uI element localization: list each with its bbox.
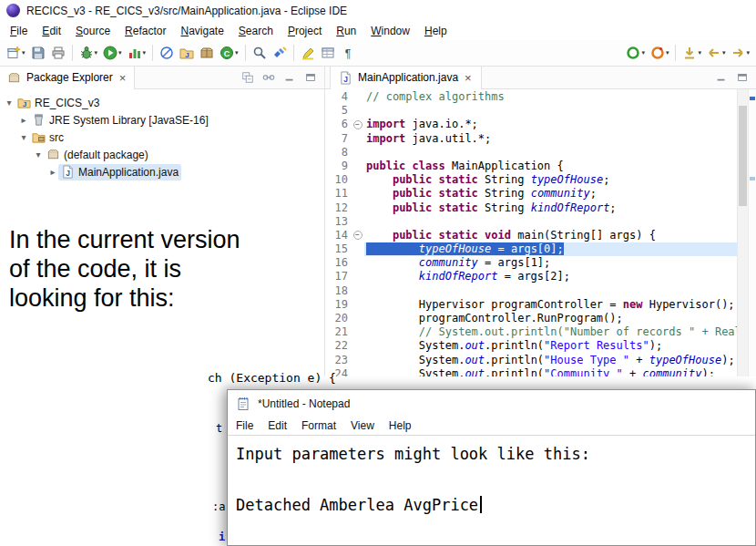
notepad-menu-view[interactable]: View (343, 417, 382, 434)
close-view-icon[interactable]: × (118, 72, 128, 84)
code-line-10[interactable]: 10 public static String typeOfHouse; (325, 173, 737, 187)
toolbar-forward-button[interactable]: ▾ (729, 42, 751, 64)
fold-column (351, 173, 364, 187)
toolbar-new-wizard-button[interactable]: ▾ (5, 42, 27, 64)
package-explorer-view-tab[interactable]: Package Explorer × (0, 67, 135, 89)
code-editor[interactable]: 4// complex algorithms56−import java.io.… (325, 89, 756, 376)
menu-file[interactable]: File (3, 23, 35, 39)
maximize-icon[interactable] (736, 71, 749, 84)
menu-refactor[interactable]: Refactor (117, 23, 173, 39)
tree-expand-icon[interactable]: ▸ (47, 167, 58, 177)
notepad-menu-edit[interactable]: Edit (261, 417, 294, 434)
line-number: 16 (325, 256, 351, 270)
tree-expand-icon[interactable]: ▸ (18, 115, 29, 125)
code-line-7[interactable]: 7import java.util.*; (325, 132, 737, 146)
code-line-22[interactable]: 22 System.out.println("Report Results"); (325, 339, 737, 353)
menu-search[interactable]: Search (231, 23, 281, 39)
menu-source[interactable]: Source (68, 23, 117, 39)
code-line-21[interactable]: 21 // System.out.println("Number of reco… (325, 325, 737, 339)
code-line-17[interactable]: 17 kindOfReport = args[2]; (325, 270, 737, 283)
notepad-menu-format[interactable]: Format (294, 417, 343, 434)
link-with-editor-icon[interactable] (262, 71, 275, 84)
toolbar-profile-button[interactable]: ▾ (649, 42, 671, 64)
code-line-6[interactable]: 6−import java.io.*; (325, 118, 737, 131)
toolbar-new-class-button[interactable]: ▾ (218, 42, 240, 64)
line-number: 15 (325, 242, 351, 256)
background-fragment: :a (212, 500, 225, 513)
code-line-5[interactable]: 5 (325, 104, 737, 118)
editor-tab-mainapplication[interactable]: MainApplication.java × (330, 67, 482, 89)
toolbar-skip-all-breakpoints-button[interactable] (158, 42, 176, 64)
code-line-4[interactable]: 4// complex algorithms (325, 90, 737, 104)
toolbar-run-external-tools-button[interactable]: ▾ (624, 42, 647, 64)
notepad-titlebar[interactable]: *Untitled - Notepad (228, 390, 755, 417)
toolbar-new-package-button[interactable] (198, 42, 216, 64)
toolbar-open-element-button[interactable] (250, 42, 269, 64)
code-line-8[interactable]: 8 (325, 146, 737, 160)
tree-item-mainapplication-java[interactable]: ▸MainApplication.java (0, 163, 324, 180)
code-line-12[interactable]: 12 public static String kindOfReport; (325, 201, 737, 215)
minimize-icon[interactable] (715, 71, 728, 84)
toolbar-last-edit-location-button[interactable]: ▾ (680, 42, 703, 64)
menu-project[interactable]: Project (281, 23, 329, 39)
notepad-menu-help[interactable]: Help (382, 417, 419, 434)
minimize-icon[interactable] (283, 71, 296, 84)
toolbar-back-button[interactable]: ▾ (705, 42, 728, 64)
scrollbar-thumb[interactable] (739, 106, 747, 206)
code-line-23[interactable]: 23 System.out.println("House Type " + ty… (325, 354, 737, 367)
overview-ruler[interactable] (748, 89, 756, 376)
eclipse-window: RECICS_v3 - RE_CICS_v3/src/MainApplicati… (0, 0, 756, 376)
editor-scrollbar[interactable] (737, 89, 748, 376)
debug-icon (79, 46, 94, 60)
fold-column (351, 298, 364, 312)
code-line-20[interactable]: 20 programController.RunProgram(); (325, 312, 737, 325)
tree-item-re-cics-v3[interactable]: ▾RE_CICS_v3 (0, 94, 324, 111)
code-line-9[interactable]: 9public class MainApplication { (325, 160, 737, 173)
menu-navigate[interactable]: Navigate (173, 23, 230, 39)
toolbar-save-button[interactable] (29, 42, 47, 64)
menu-edit[interactable]: Edit (35, 23, 68, 39)
ruler-mark[interactable] (750, 177, 755, 180)
eclipse-titlebar[interactable]: RECICS_v3 - RE_CICS_v3/src/MainApplicati… (0, 0, 756, 21)
menu-help[interactable]: Help (417, 23, 455, 39)
menu-run[interactable]: Run (329, 23, 363, 39)
code-line-16[interactable]: 16 community = args[1]; (325, 256, 737, 270)
tree-expand-icon[interactable]: ▾ (4, 98, 15, 108)
tree-item-jre-system-library-javase-16[interactable]: ▸JRE System Library [JavaSE-16] (0, 111, 324, 129)
ruler-mark[interactable] (750, 97, 755, 100)
screen: RECICS_v3 - RE_CICS_v3/src/MainApplicati… (0, 0, 756, 546)
maximize-icon[interactable] (304, 71, 317, 84)
tree-expand-icon[interactable]: ▾ (33, 149, 44, 160)
toolbar-open-task-button[interactable] (319, 42, 337, 64)
code-line-14[interactable]: 14− public static void main(String[] arg… (325, 229, 737, 242)
code-line-13[interactable]: 13 (325, 215, 737, 229)
fold-marker[interactable]: − (351, 229, 364, 242)
toolbar-toggle-mark-occurrences-button[interactable] (299, 42, 317, 64)
line-number: 19 (325, 298, 351, 312)
fold-marker[interactable]: − (351, 118, 364, 131)
forward-icon (730, 46, 745, 60)
collapse-all-icon[interactable] (241, 71, 254, 84)
code-line-18[interactable]: 18 (325, 284, 737, 298)
tree-expand-icon[interactable]: ▾ (18, 132, 29, 142)
notepad-text-area[interactable]: Input parameters might look like this: D… (228, 436, 755, 545)
menu-window[interactable]: Window (363, 23, 417, 39)
toolbar-search-button[interactable] (271, 42, 289, 64)
tree-item-default-package[interactable]: ▾(default package) (0, 146, 324, 163)
toolbar-print-button[interactable] (49, 42, 67, 64)
toolbar-new-java-project-button[interactable] (178, 42, 196, 64)
code-line-24[interactable]: 24 System.out.println("Community " + com… (325, 367, 737, 376)
line-number: 12 (325, 201, 351, 215)
toolbar-debug-button[interactable]: ▾ (77, 42, 100, 64)
notepad-menu-file[interactable]: File (229, 417, 261, 434)
close-tab-icon[interactable]: × (464, 72, 473, 84)
tree-item-src[interactable]: ▾src (0, 129, 324, 146)
editor-tab-label: MainApplication.java (358, 71, 458, 84)
toolbar-run-button[interactable]: ▾ (101, 42, 124, 64)
notepad-line-1: Input parameters might look like this: (236, 441, 755, 467)
code-line-19[interactable]: 19 Hypervisor programController = new Hy… (325, 298, 737, 312)
toolbar-coverage-button[interactable]: ▾ (126, 42, 148, 64)
toolbar-show-whitespace-button[interactable] (339, 42, 357, 64)
code-line-15[interactable]: 15 typeOfHouse = args[0]; (325, 242, 737, 256)
code-line-11[interactable]: 11 public static String community; (325, 187, 737, 201)
